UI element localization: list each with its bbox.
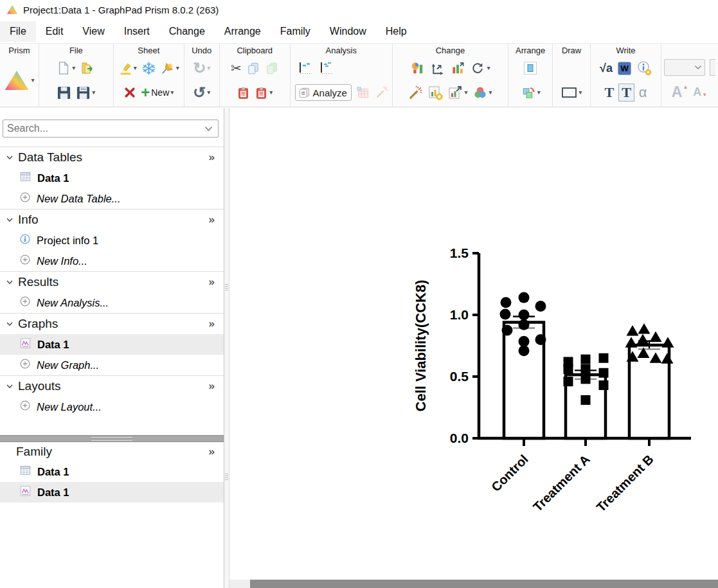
sidebar-section-graphs[interactable]: Graphs» [0,313,224,334]
copy-button[interactable] [246,61,260,76]
rotate-view-button[interactable]: ▾ [470,61,490,75]
svg-text:Cell Viability(CCK8): Cell Viability(CCK8) [413,280,429,412]
change-axes-button[interactable] [430,61,445,76]
new-info-button[interactable] [636,60,652,76]
triangle-up-icon: ▲ [683,84,688,90]
analysis-table-button-disabled[interactable] [356,85,370,100]
ttest-shortcut-button[interactable] [298,61,314,75]
equation-button[interactable]: √a [600,62,613,75]
multiple-ttest-shortcut-button[interactable] [319,61,336,75]
draw-shape-button[interactable]: ▾ [561,85,582,100]
sidebar-item-project-info-1[interactable]: Project info 1 [0,230,224,251]
menu-change[interactable]: Change [159,21,215,42]
sidebar-item-data-1[interactable]: Data 1 [0,168,224,188]
section-expand-button[interactable]: » [209,276,215,289]
chevron-down-icon[interactable] [204,126,213,132]
change-colors-button[interactable]: ▾ [472,85,492,100]
plus-icon: + [141,86,150,99]
sidebar-section-results[interactable]: Results» [0,271,224,292]
section-expand-button[interactable]: » [209,445,215,458]
font-select[interactable] [664,59,705,76]
add-graph-button[interactable] [427,85,443,100]
family-pane-splitter[interactable] [0,435,224,442]
menu-bar: FileEditViewInsertChangeArrangeFamilyWin… [0,19,718,44]
sidebar-section-data-tables[interactable]: Data Tables» [0,147,224,168]
arrange-objects-button[interactable] [523,60,538,76]
prism-logo-icon [6,4,18,15]
window-title: Project1:Data 1 - GraphPad Prism 8.0.2 (… [23,4,219,15]
main-area: Data Tables»Data 1New Data Table...Info»… [0,108,718,588]
new-file-button[interactable]: ▾ [57,60,75,76]
family-item-data-1-table[interactable]: Data 1 [0,461,224,482]
menu-edit[interactable]: Edit [36,21,73,42]
section-expand-button[interactable]: » [209,151,215,164]
freeze-sheet-button[interactable] [141,61,156,76]
horizontal-scrollbar-thumb[interactable] [250,580,718,588]
save-button[interactable] [57,85,71,100]
save-as-button[interactable]: ▾ [76,85,95,100]
magic-wand-button[interactable] [408,85,423,100]
rotate-objects-button[interactable]: ▾ [521,85,541,100]
navigator-sidebar: Data Tables»Data 1New Data Table...Info»… [0,108,224,588]
resize-graph-button[interactable]: ▾ [447,85,467,100]
splitter-grip[interactable] [225,472,228,481]
sidebar-item-new-info[interactable]: New Info... [0,251,224,271]
section-expand-button[interactable]: » [209,213,215,226]
sidebar-item-new-analysis[interactable]: New Analysis... [0,292,224,313]
search-box[interactable] [3,120,219,138]
graph-sheet-icon [19,337,31,349]
duplicate-button-disabled[interactable] [265,61,279,76]
pin-sheet-button[interactable]: ▾ [161,61,179,75]
redo-button[interactable]: ↻▾ [193,59,210,77]
section-expand-button[interactable]: » [209,317,215,330]
sidebar-item-new-layout[interactable]: New Layout... [0,396,224,417]
new-sheet-button[interactable]: + New ▾ [141,86,174,99]
prism-logo-icon [4,69,30,91]
sidebar-section-family[interactable]: Family» [0,442,224,461]
data-table-icon [19,171,31,183]
toolbar-group-change: Change ▾ [393,44,509,107]
prism-menu-button[interactable]: ▾ [4,69,34,91]
open-project-button[interactable] [80,60,95,76]
horizontal-scrollbar[interactable] [229,580,718,588]
new-item-plus-icon [19,358,31,370]
family-item-data-1-graph[interactable]: Data 1 [0,482,224,503]
export-word-button[interactable]: W [617,61,632,76]
paste-special-button[interactable]: ▾ [255,85,273,100]
text-box-button[interactable]: T [618,84,634,102]
sidebar-item-new-graph[interactable]: New Graph... [0,355,224,375]
search-input[interactable] [3,123,204,134]
menu-file[interactable]: File [0,21,36,42]
decrease-font-button-disabled[interactable]: A▼ [693,85,708,99]
menu-window[interactable]: Window [320,21,376,42]
chevron-down-icon [5,278,14,287]
svg-text:0.0: 0.0 [450,431,469,445]
font-size-select[interactable] [710,59,715,76]
paste-button[interactable] [237,85,250,100]
info-plus-icon [636,60,652,76]
change-graph-format-button[interactable] [450,61,465,76]
analysis-wand-button-disabled[interactable] [375,85,389,100]
analyze-button[interactable]: Analyze [295,84,352,101]
menu-arrange[interactable]: Arrange [215,21,271,42]
sidebar-item-data-1[interactable]: Data 1 [0,334,224,355]
menu-family[interactable]: Family [271,21,320,42]
menu-help[interactable]: Help [376,21,417,42]
increase-font-button-disabled[interactable]: A▲ [672,84,689,101]
menu-view[interactable]: View [73,21,114,42]
change-graph-type-button[interactable] [410,61,426,76]
delete-sheet-button[interactable] [123,86,136,99]
sidebar-section-layouts[interactable]: Layouts» [0,375,224,396]
splitter-grip[interactable] [225,283,228,292]
section-expand-button[interactable]: » [209,380,215,393]
undo-button[interactable]: ↺▾ [193,84,210,102]
sidebar-splitter[interactable] [224,108,229,588]
sidebar-section-info[interactable]: Info» [0,209,224,230]
cut-button[interactable]: ✂ [231,60,242,76]
highlight-sheet-button[interactable]: ▾ [118,61,137,75]
text-tool-button[interactable]: T [604,84,614,101]
sidebar-item-new-data-table[interactable]: New Data Table... [0,188,224,209]
menu-insert[interactable]: Insert [114,21,159,42]
chevron-down-icon [5,319,14,328]
greek-symbol-button-disabled[interactable]: α [639,84,647,101]
